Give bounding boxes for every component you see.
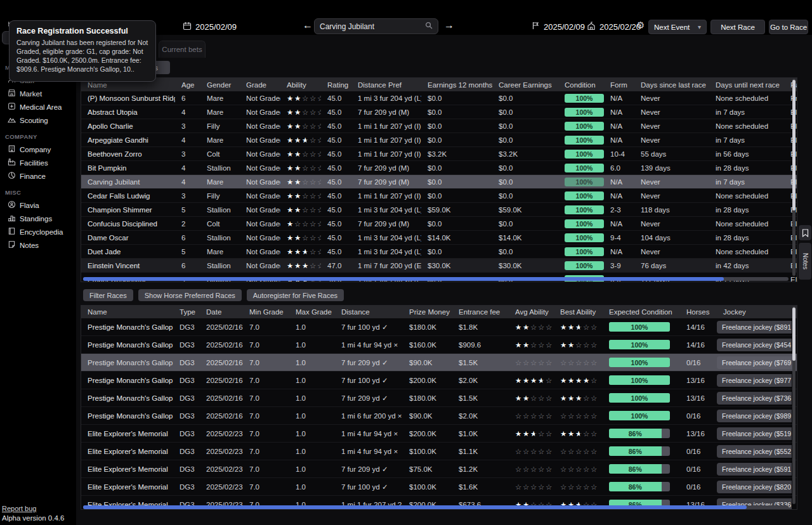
horse-row[interactable]: Carving Jubilant4MareNot Graded★★☆☆☆45.0…	[81, 175, 797, 189]
filter-races-button[interactable]: Filter Races	[83, 289, 133, 301]
race-cell-min_grade: 7.0	[243, 377, 289, 384]
horse-cell-days_since: 76 days	[634, 262, 709, 269]
sidebar-item-facilities[interactable]: Facilities	[2, 156, 74, 169]
horse-row[interactable]: Champion Shimmer5StallionNot Graded★★☆☆☆…	[81, 203, 797, 217]
races-column-header[interactable]: Jockey	[717, 308, 792, 316]
go-to-race-button[interactable]: Go to Race	[769, 20, 808, 34]
race-row[interactable]: Prestige Monarch's GallopDG32025/02/167.…	[81, 336, 797, 354]
gear-icon[interactable]: ⚙	[636, 20, 645, 31]
horse-row[interactable]: Cedar Falls Ludwig3FillyNot Graded★★☆☆☆4…	[81, 189, 797, 203]
horse-row[interactable]: Duet Jade5MareNot Graded★★☆★☆☆45.01 mi 3…	[81, 245, 797, 259]
horses-vscrollbar-thumb[interactable]	[792, 80, 796, 211]
tab-current-bets[interactable]: Current bets	[159, 41, 206, 58]
horses-column-header[interactable]: Earnings 12 months	[421, 81, 492, 89]
search-prev-arrow[interactable]: ←	[303, 20, 313, 31]
races-column-header[interactable]: Max Grade	[289, 308, 335, 316]
race-row[interactable]: Elite Explorer's MemorialDG32025/02/237.…	[81, 425, 797, 443]
next-race-button[interactable]: Next Race	[710, 20, 765, 34]
jockey-button[interactable]: Freelance jockey ($977	[717, 374, 792, 387]
horse-cell-distance_pref: 1 mi 1 fur 207 yd (I)	[351, 122, 421, 130]
race-row[interactable]: Prestige Monarch's GallopDG32025/02/167.…	[81, 407, 797, 425]
horse-row[interactable]: (P) Monsoon Sunburst Ridge6MareNot Grade…	[81, 91, 797, 105]
horses-vscrollbar-track[interactable]	[792, 79, 796, 276]
races-column-header[interactable]: Best Ability	[554, 308, 603, 316]
races-hscrollbar-thumb[interactable]	[83, 505, 747, 509]
horses-column-header[interactable]: Rating	[321, 81, 351, 89]
jockey-button[interactable]: Freelance jockey ($454	[717, 339, 792, 351]
sidebar-item-medical-area[interactable]: Medical Area	[2, 100, 74, 113]
jockey-button[interactable]: Freelance jockey ($591	[717, 463, 792, 476]
horses-column-header[interactable]: Career Earnings	[492, 81, 558, 89]
sidebar-item-encyclopedia[interactable]: Encyclopedia	[2, 225, 74, 238]
notes-side-tab[interactable]: Notes	[799, 243, 811, 280]
sidebar-item-market[interactable]: Market	[2, 87, 74, 100]
jockey-button[interactable]: Freelance jockey ($552	[717, 445, 792, 458]
race-row[interactable]: Prestige Monarch's GallopDG32025/02/167.…	[81, 318, 797, 336]
horse-cell-gender: Colt	[200, 220, 240, 228]
races-column-header[interactable]: Avg Ability	[509, 308, 554, 316]
race-row[interactable]: Elite Explorer's MemorialDG32025/02/237.…	[81, 460, 797, 478]
next-event-dropdown[interactable]: Next Event ▾	[648, 20, 707, 34]
horse-search-input[interactable]: Carving Jubilant	[314, 18, 438, 34]
races-column-header[interactable]: Distance	[335, 308, 403, 316]
horse-row[interactable]: Bit Pumpkin4StallionNot Graded★★☆☆☆45.07…	[81, 161, 797, 175]
horse-row[interactable]: Confucius Disciplined2ColtNot Graded★☆☆☆…	[81, 217, 797, 231]
races-column-header[interactable]: Entrance fee	[452, 308, 509, 316]
show-preferred-races-button[interactable]: Show Horse Preferred Races	[138, 289, 242, 301]
horses-column-header[interactable]: Days since last race	[634, 81, 709, 89]
horse-cell-earnings_12m: $0.0	[421, 192, 492, 200]
jockey-button[interactable]: Freelance jockey ($769	[717, 356, 792, 369]
race-row[interactable]: Elite Explorer's MemorialDG32025/02/237.…	[81, 443, 797, 460]
race-row[interactable]: Prestige Monarch's GallopDG32025/02/167.…	[81, 354, 797, 372]
horse-row[interactable]: Abstract Utopia4MareNot Graded★★☆☆☆45.07…	[81, 105, 797, 119]
races-column-header[interactable]: Min Grade	[243, 308, 289, 316]
race-row[interactable]: Prestige Monarch's GallopDG32025/02/167.…	[81, 372, 797, 389]
races-hscrollbar-track[interactable]	[83, 505, 789, 509]
race-row[interactable]: Elite Explorer's MemorialDG32025/02/237.…	[81, 478, 797, 496]
jockey-button[interactable]: Freelance jockey ($891	[717, 321, 792, 334]
horses-hscrollbar-track[interactable]	[83, 277, 789, 281]
horses-hscrollbar-thumb[interactable]	[83, 277, 724, 281]
report-bug-link[interactable]: Report bug	[2, 505, 36, 512]
horse-row[interactable]: Einstein Vincent6StallionNot Graded★★★☆☆…	[81, 259, 797, 273]
ability-stars: ☆☆☆☆☆	[560, 448, 598, 455]
sidebar-item-finance[interactable]: Finance	[2, 169, 74, 183]
horses-column-header[interactable]: Distance Pref	[351, 81, 421, 89]
horses-column-header[interactable]: Form	[604, 81, 634, 89]
bookmark-icon[interactable]	[799, 225, 811, 240]
sidebar-item-notes[interactable]: Notes	[2, 238, 74, 252]
search-next-arrow[interactable]: →	[444, 20, 454, 31]
races-vscrollbar-thumb[interactable]	[792, 308, 796, 361]
sidebar-item-company[interactable]: Company	[2, 143, 74, 156]
toast-notification[interactable]: Race Registration Successful Carving Jub…	[9, 20, 156, 82]
horse-row[interactable]: Arpeggiate Gandhi4MareNot Graded★★☆★☆☆45…	[81, 133, 797, 147]
sidebar-item-flavia[interactable]: Flavia	[2, 198, 74, 212]
races-column-header[interactable]: Prize Money	[403, 308, 452, 316]
horse-row[interactable]: Apollo Charlie3FillyNot Graded★★☆☆☆45.01…	[81, 119, 797, 133]
jockey-button[interactable]: Freelance jockey ($820	[717, 481, 792, 493]
horses-column-header[interactable]: Age	[175, 81, 200, 89]
races-actions: Filter Races Show Horse Preferred Races …	[83, 289, 344, 301]
race-row[interactable]: Prestige Monarch's GallopDG32025/02/167.…	[81, 389, 797, 407]
jockey-button[interactable]: Freelance jockey ($989	[717, 410, 792, 422]
races-column-header[interactable]: Horses	[680, 308, 717, 316]
horse-row[interactable]: Dame Oscar6StallionNot Graded★★☆☆☆45.01 …	[81, 231, 797, 245]
races-column-header[interactable]: Name	[81, 308, 173, 316]
races-column-header[interactable]: Date	[200, 308, 243, 316]
jockey-button[interactable]: Freelance jockey ($519	[717, 427, 792, 440]
jockey-button[interactable]: Freelance jockey ($736	[717, 392, 792, 405]
races-vscrollbar-track[interactable]	[792, 306, 796, 504]
horses-column-header[interactable]: Name	[81, 81, 175, 89]
sidebar-item-scouting[interactable]: Scouting	[2, 113, 74, 127]
autoregister-button[interactable]: Autoregister for Five Races	[247, 289, 344, 301]
race-cell-horses: 13/16	[680, 394, 717, 402]
horses-column-header[interactable]: Ability	[280, 81, 321, 89]
horses-column-header[interactable]: Gender	[200, 81, 240, 89]
horses-column-header[interactable]: Grade	[240, 81, 280, 89]
races-column-header[interactable]: Expected Condition	[603, 308, 680, 316]
races-column-header[interactable]: Type	[173, 308, 200, 316]
horses-column-header[interactable]: Days until next race	[709, 81, 784, 89]
sidebar-item-standings[interactable]: Standings	[2, 212, 74, 225]
horses-column-header[interactable]: Condition	[558, 81, 604, 89]
horse-row[interactable]: Beethoven Zorro3ColtNot Graded★★☆☆☆45.01…	[81, 147, 797, 161]
